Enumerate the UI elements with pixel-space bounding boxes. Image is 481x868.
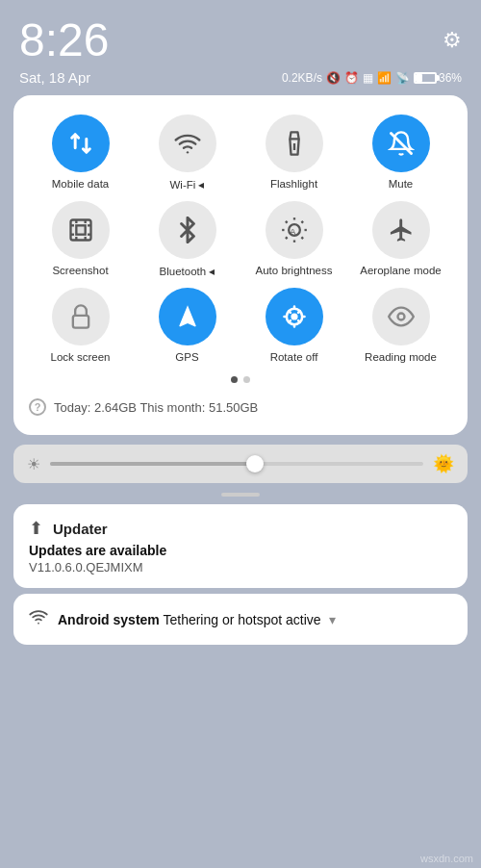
toggle-aeroplane[interactable]: Aeroplane mode — [349, 201, 452, 278]
month-label: This month: — [139, 400, 209, 415]
screenshot-circle — [52, 201, 110, 259]
gps-circle — [159, 288, 216, 345]
bluetooth-circle — [159, 201, 216, 259]
toggle-rotate[interactable]: Rotate off — [242, 288, 345, 363]
arrows-updown-icon — [67, 130, 94, 157]
alarm-icon: ⏰ — [344, 71, 359, 85]
svg-point-26 — [397, 314, 404, 320]
toggle-bluetooth[interactable]: Bluetooth ◂ — [136, 201, 239, 278]
updater-sub: V11.0.6.0.QEJMIXM — [29, 560, 452, 574]
svg-line-21 — [301, 221, 303, 223]
toggle-flashlight[interactable]: Flashlight — [242, 115, 345, 191]
aeroplane-label: Aeroplane mode — [360, 265, 441, 276]
svg-point-25 — [291, 315, 296, 319]
brightness-low-icon: ☀ — [27, 455, 40, 473]
flashlight-icon — [281, 130, 308, 157]
android-system-plain: Tethering or hotspot active — [163, 612, 320, 627]
reading-mode-circle — [372, 288, 430, 345]
auto-brightness-icon: A — [281, 217, 308, 243]
svg-text:A: A — [290, 227, 296, 237]
android-wifi-icon — [29, 607, 48, 631]
status-icons: 0.2KB/s 🔇 ⏰ ▦ 📶 📡 36% — [282, 71, 462, 85]
status-bar: 8:26 ⚙ — [0, 0, 481, 69]
toggle-mute[interactable]: Mute — [349, 115, 452, 191]
data-usage-row: ? Today: 2.64GB This month: 51.50GB — [29, 395, 452, 420]
screenshot-icon — [67, 217, 94, 243]
android-system-arrow[interactable]: ▾ — [329, 612, 336, 627]
brightness-thumb[interactable] — [246, 455, 264, 472]
updater-header-row: ⬆ Updater — [29, 518, 452, 539]
date-status-row: Sat, 18 Apr 0.2KB/s 🔇 ⏰ ▦ 📶 📡 36% — [0, 69, 481, 95]
help-icon[interactable]: ? — [29, 398, 46, 416]
brightness-fill — [50, 462, 255, 466]
today-label: Today: — [54, 400, 94, 415]
mute-icon: 🔇 — [326, 71, 341, 85]
brightness-high-icon: 🌞 — [433, 453, 454, 474]
svg-line-20 — [285, 237, 287, 239]
watermark: wsxdn.com — [420, 853, 473, 864]
today-value: 2.64GB — [94, 400, 137, 415]
android-system-bold: Android system — [58, 612, 160, 627]
speed-indicator: 0.2KB/s — [282, 71, 322, 85]
handle-bar — [221, 493, 260, 497]
data-usage-text: Today: 2.64GB This month: 51.50GB — [54, 400, 258, 415]
svg-line-16 — [285, 221, 287, 223]
battery-percent: 36% — [439, 71, 462, 85]
wifi-notif-icon — [29, 607, 48, 626]
auto-brightness-circle: A — [266, 201, 323, 259]
gps-icon — [174, 303, 201, 330]
android-system-notification[interactable]: Android system Tethering or hotspot acti… — [13, 594, 468, 645]
rotate-circle — [266, 288, 323, 345]
page-dots — [29, 376, 452, 383]
bluetooth-label: Bluetooth ◂ — [160, 265, 215, 278]
android-system-row: Android system Tethering or hotspot acti… — [29, 607, 452, 631]
toggle-lock-screen[interactable]: Lock screen — [29, 288, 132, 363]
brightness-bar[interactable]: ☀ 🌞 — [13, 445, 468, 483]
eye-icon — [388, 303, 415, 330]
svg-point-27 — [38, 623, 39, 625]
updater-title: Updater — [53, 521, 108, 537]
month-value: 51.50GB — [209, 400, 258, 415]
lock-icon — [67, 303, 94, 330]
sim-icon: ▦ — [363, 71, 373, 85]
settings-icon[interactable]: ⚙ — [443, 28, 462, 53]
aeroplane-circle — [372, 201, 430, 259]
toggle-wifi[interactable]: Wi-Fi ◂ — [136, 115, 239, 191]
gps-label: GPS — [175, 351, 198, 363]
mobile-data-circle — [52, 115, 110, 172]
clock: 8:26 — [19, 17, 109, 64]
screenshot-label: Screenshot — [52, 265, 108, 276]
mute-circle — [372, 115, 430, 172]
page-dot-1[interactable] — [231, 376, 238, 383]
toggle-screenshot[interactable]: Screenshot — [29, 201, 132, 278]
auto-brightness-label: Auto brightness — [256, 265, 333, 276]
toggle-mobile-data[interactable]: Mobile data — [29, 115, 132, 191]
bluetooth-icon — [174, 217, 201, 243]
lock-circle — [52, 288, 110, 345]
date-label: Sat, 18 Apr — [19, 69, 90, 86]
battery-indicator: 36% — [414, 71, 462, 85]
mobile-data-label: Mobile data — [52, 178, 109, 190]
android-system-text: Android system Tethering or hotspot acti… — [58, 612, 336, 627]
brightness-track[interactable] — [50, 462, 423, 466]
wifi-circle — [159, 115, 216, 172]
toggle-reading-mode[interactable]: Reading mode — [349, 288, 452, 363]
quick-settings-panel: Mobile data Wi-Fi ◂ Flashlight — [13, 95, 468, 435]
flashlight-label: Flashlight — [270, 178, 317, 190]
reading-mode-label: Reading mode — [365, 351, 437, 363]
plane-icon — [388, 217, 415, 243]
updater-notification[interactable]: ⬆ Updater Updates are available V11.0.6.… — [13, 504, 468, 588]
wifi-label: Wi-Fi ◂ — [169, 178, 204, 191]
svg-line-17 — [301, 237, 303, 239]
rotate-icon — [281, 303, 308, 330]
flashlight-circle — [266, 115, 323, 172]
wifi-status-icon: 📡 — [395, 71, 410, 85]
toggle-gps[interactable]: GPS — [136, 288, 239, 363]
updater-body: Updates are available — [29, 543, 452, 558]
updater-icon: ⬆ — [29, 518, 43, 539]
mute-label: Mute — [389, 178, 414, 190]
page-dot-2[interactable] — [243, 376, 250, 383]
battery-fill — [416, 74, 422, 82]
toggle-auto-brightness[interactable]: A Auto brightness — [242, 201, 345, 278]
toggles-grid: Mobile data Wi-Fi ◂ Flashlight — [29, 115, 452, 363]
